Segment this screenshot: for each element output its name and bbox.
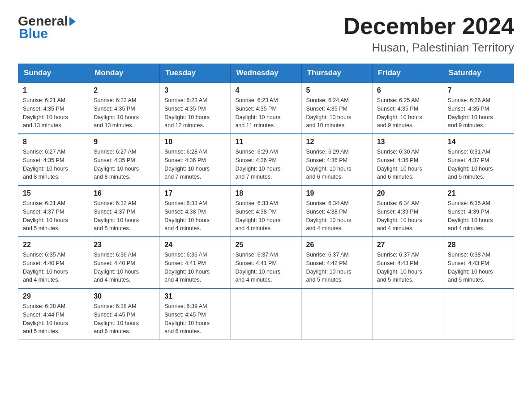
day-info: Sunrise: 6:26 AM Sunset: 4:35 PM Dayligh… — [448, 96, 509, 130]
day-info: Sunrise: 6:34 AM Sunset: 4:38 PM Dayligh… — [306, 199, 368, 233]
calendar-day-cell: 6 Sunrise: 6:25 AM Sunset: 4:35 PM Dayli… — [372, 82, 443, 134]
day-info: Sunrise: 6:36 AM Sunset: 4:40 PM Dayligh… — [94, 251, 155, 284]
logo: General Blue — [18, 13, 76, 41]
day-number: 25 — [235, 241, 296, 249]
day-number: 22 — [23, 241, 84, 249]
calendar-day-cell: 7 Sunrise: 6:26 AM Sunset: 4:35 PM Dayli… — [443, 82, 514, 134]
calendar-day-cell: 30 Sunrise: 6:38 AM Sunset: 4:45 PM Dayl… — [89, 288, 160, 340]
calendar-day-cell — [231, 288, 301, 340]
day-number: 17 — [164, 189, 226, 197]
day-number: 30 — [94, 292, 155, 300]
day-info: Sunrise: 6:27 AM Sunset: 4:35 PM Dayligh… — [94, 148, 155, 181]
day-info: Sunrise: 6:28 AM Sunset: 4:36 PM Dayligh… — [164, 148, 226, 181]
calendar-day-cell: 26 Sunrise: 6:37 AM Sunset: 4:42 PM Dayl… — [301, 237, 372, 288]
calendar-day-cell: 28 Sunrise: 6:38 AM Sunset: 4:43 PM Dayl… — [443, 237, 514, 288]
page-header: General Blue December 2024 Husan, Palest… — [18, 13, 514, 55]
day-number: 24 — [164, 241, 226, 249]
calendar-day-cell: 1 Sunrise: 6:21 AM Sunset: 4:35 PM Dayli… — [18, 82, 89, 134]
calendar-title: December 2024 — [343, 13, 514, 39]
calendar-week-row: 22 Sunrise: 6:35 AM Sunset: 4:40 PM Dayl… — [18, 237, 514, 288]
day-info: Sunrise: 6:32 AM Sunset: 4:37 PM Dayligh… — [94, 199, 155, 233]
day-number: 29 — [23, 292, 84, 300]
calendar-week-row: 8 Sunrise: 6:27 AM Sunset: 4:35 PM Dayli… — [18, 134, 514, 185]
day-number: 8 — [23, 138, 84, 146]
day-number: 10 — [164, 138, 226, 146]
day-number: 9 — [94, 138, 155, 146]
day-number: 6 — [377, 86, 438, 94]
calendar-day-cell: 13 Sunrise: 6:30 AM Sunset: 4:36 PM Dayl… — [372, 134, 443, 185]
day-info: Sunrise: 6:25 AM Sunset: 4:35 PM Dayligh… — [377, 96, 438, 130]
day-of-week-header: Thursday — [301, 64, 372, 83]
calendar-day-cell: 23 Sunrise: 6:36 AM Sunset: 4:40 PM Dayl… — [89, 237, 160, 288]
day-number: 5 — [306, 86, 368, 94]
day-info: Sunrise: 6:35 AM Sunset: 4:40 PM Dayligh… — [23, 251, 84, 284]
day-of-week-header: Tuesday — [160, 64, 231, 83]
calendar-day-cell: 20 Sunrise: 6:34 AM Sunset: 4:39 PM Dayl… — [372, 185, 443, 237]
day-number: 1 — [23, 86, 84, 94]
calendar-day-cell — [301, 288, 372, 340]
day-number: 4 — [235, 86, 296, 94]
logo-triangle-icon — [69, 17, 76, 26]
calendar-day-cell — [372, 288, 443, 340]
calendar-day-cell: 22 Sunrise: 6:35 AM Sunset: 4:40 PM Dayl… — [18, 237, 89, 288]
day-info: Sunrise: 6:33 AM Sunset: 4:38 PM Dayligh… — [235, 199, 296, 233]
calendar-day-cell: 11 Sunrise: 6:29 AM Sunset: 4:36 PM Dayl… — [231, 134, 301, 185]
calendar-day-cell: 2 Sunrise: 6:22 AM Sunset: 4:35 PM Dayli… — [89, 82, 160, 134]
calendar-day-cell: 25 Sunrise: 6:37 AM Sunset: 4:41 PM Dayl… — [231, 237, 301, 288]
day-number: 12 — [306, 138, 368, 146]
calendar-week-row: 1 Sunrise: 6:21 AM Sunset: 4:35 PM Dayli… — [18, 82, 514, 134]
calendar-day-cell: 17 Sunrise: 6:33 AM Sunset: 4:38 PM Dayl… — [160, 185, 231, 237]
day-number: 14 — [448, 138, 509, 146]
day-of-week-header: Wednesday — [231, 64, 301, 83]
day-info: Sunrise: 6:37 AM Sunset: 4:43 PM Dayligh… — [377, 251, 438, 284]
day-number: 13 — [377, 138, 438, 146]
calendar-subtitle: Husan, Palestinian Territory — [343, 41, 514, 55]
calendar-table: SundayMondayTuesdayWednesdayThursdayFrid… — [18, 64, 514, 340]
day-info: Sunrise: 6:31 AM Sunset: 4:37 PM Dayligh… — [448, 148, 509, 181]
day-info: Sunrise: 6:29 AM Sunset: 4:36 PM Dayligh… — [306, 148, 368, 181]
calendar-day-cell: 24 Sunrise: 6:36 AM Sunset: 4:41 PM Dayl… — [160, 237, 231, 288]
day-info: Sunrise: 6:38 AM Sunset: 4:45 PM Dayligh… — [94, 302, 155, 336]
calendar-day-cell: 31 Sunrise: 6:39 AM Sunset: 4:45 PM Dayl… — [160, 288, 231, 340]
day-info: Sunrise: 6:38 AM Sunset: 4:44 PM Dayligh… — [23, 302, 84, 336]
day-info: Sunrise: 6:34 AM Sunset: 4:39 PM Dayligh… — [377, 199, 438, 233]
day-info: Sunrise: 6:21 AM Sunset: 4:35 PM Dayligh… — [23, 96, 84, 130]
calendar-day-cell: 12 Sunrise: 6:29 AM Sunset: 4:36 PM Dayl… — [301, 134, 372, 185]
calendar-day-cell: 14 Sunrise: 6:31 AM Sunset: 4:37 PM Dayl… — [443, 134, 514, 185]
day-number: 2 — [94, 86, 155, 94]
day-of-week-header: Monday — [89, 64, 160, 83]
day-number: 23 — [94, 241, 155, 249]
logo-blue-text: Blue — [19, 26, 76, 41]
day-info: Sunrise: 6:33 AM Sunset: 4:38 PM Dayligh… — [164, 199, 226, 233]
day-info: Sunrise: 6:36 AM Sunset: 4:41 PM Dayligh… — [164, 251, 226, 284]
day-number: 3 — [164, 86, 226, 94]
calendar-day-cell: 9 Sunrise: 6:27 AM Sunset: 4:35 PM Dayli… — [89, 134, 160, 185]
day-of-week-header: Friday — [372, 64, 443, 83]
calendar-day-cell: 10 Sunrise: 6:28 AM Sunset: 4:36 PM Dayl… — [160, 134, 231, 185]
day-info: Sunrise: 6:24 AM Sunset: 4:35 PM Dayligh… — [306, 96, 368, 130]
day-info: Sunrise: 6:37 AM Sunset: 4:42 PM Dayligh… — [306, 251, 368, 284]
day-number: 18 — [235, 189, 296, 197]
calendar-day-cell: 18 Sunrise: 6:33 AM Sunset: 4:38 PM Dayl… — [231, 185, 301, 237]
day-info: Sunrise: 6:31 AM Sunset: 4:37 PM Dayligh… — [23, 199, 84, 233]
day-info: Sunrise: 6:37 AM Sunset: 4:41 PM Dayligh… — [235, 251, 296, 284]
calendar-day-cell: 27 Sunrise: 6:37 AM Sunset: 4:43 PM Dayl… — [372, 237, 443, 288]
day-number: 15 — [23, 189, 84, 197]
day-number: 28 — [448, 241, 509, 249]
day-number: 11 — [235, 138, 296, 146]
day-of-week-header: Saturday — [443, 64, 514, 83]
day-number: 27 — [377, 241, 438, 249]
day-number: 19 — [306, 189, 368, 197]
calendar-day-cell — [443, 288, 514, 340]
day-info: Sunrise: 6:30 AM Sunset: 4:36 PM Dayligh… — [377, 148, 438, 181]
day-number: 21 — [448, 189, 509, 197]
calendar-day-cell: 21 Sunrise: 6:35 AM Sunset: 4:39 PM Dayl… — [443, 185, 514, 237]
day-info: Sunrise: 6:22 AM Sunset: 4:35 PM Dayligh… — [94, 96, 155, 130]
day-info: Sunrise: 6:38 AM Sunset: 4:43 PM Dayligh… — [448, 251, 509, 284]
day-number: 31 — [164, 292, 226, 300]
day-info: Sunrise: 6:29 AM Sunset: 4:36 PM Dayligh… — [235, 148, 296, 181]
calendar-day-cell: 16 Sunrise: 6:32 AM Sunset: 4:37 PM Dayl… — [89, 185, 160, 237]
day-info: Sunrise: 6:23 AM Sunset: 4:35 PM Dayligh… — [164, 96, 226, 130]
day-number: 7 — [448, 86, 509, 94]
calendar-day-cell: 19 Sunrise: 6:34 AM Sunset: 4:38 PM Dayl… — [301, 185, 372, 237]
